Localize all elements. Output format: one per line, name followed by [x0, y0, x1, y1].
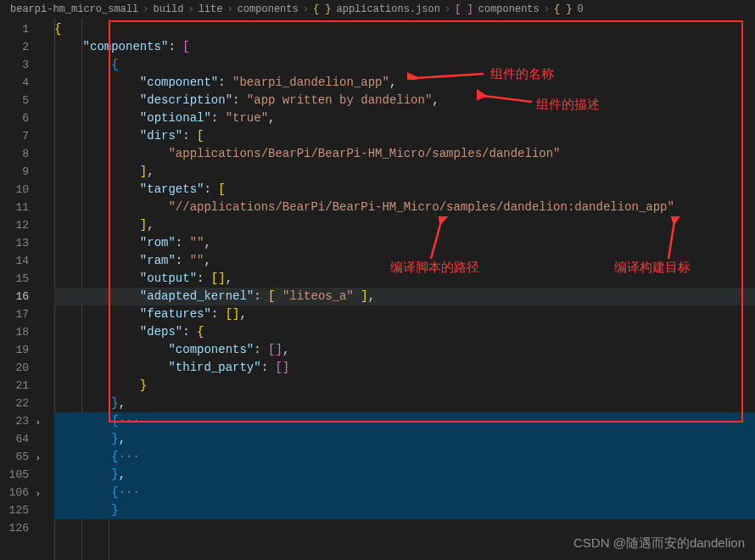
code-line: }, [54, 395, 755, 412]
line-number: 65› [0, 448, 29, 466]
line-number: 19 [0, 341, 29, 359]
crumb-lite[interactable]: lite [199, 3, 223, 15]
line-number: 64 [0, 430, 29, 448]
line-number: 12 [0, 216, 29, 234]
line-number: 6 [0, 109, 29, 127]
code-line: "output": [], [54, 270, 755, 288]
line-number: 21 [0, 377, 29, 395]
crumb-file[interactable]: applications.json [337, 3, 440, 15]
code-line: {··· [54, 412, 755, 430]
line-number: 106› [0, 484, 29, 501]
crumb-array[interactable]: components [478, 3, 540, 15]
code-line: ], [54, 216, 755, 234]
code-line: "component": "bearpi_dandelion_app", [54, 74, 755, 92]
object-icon: { } [554, 3, 573, 15]
code-line: {··· [54, 448, 755, 466]
chevron-right-icon: › [303, 3, 309, 15]
line-number: 9 [0, 163, 29, 181]
chevron-right-icon: › [544, 3, 550, 15]
code-area[interactable]: { "components": [ { "component": "bearpi… [42, 19, 755, 560]
line-number: 2 [0, 38, 29, 56]
code-line: ], [54, 163, 755, 181]
code-line: "components": [], [54, 341, 755, 359]
line-number: 4 [0, 74, 29, 92]
line-number: 105 [0, 466, 29, 484]
code-line [54, 519, 755, 537]
line-number: 16 [0, 288, 29, 305]
line-number: 13 [0, 234, 29, 252]
line-number: 22 [0, 395, 29, 412]
line-number: 126 [0, 519, 29, 537]
code-line: { [54, 20, 755, 38]
code-line: "ram": "", [54, 252, 755, 270]
line-number: 8 [0, 145, 29, 163]
crumb-components[interactable]: components [238, 3, 299, 15]
code-line: "rom": "", [54, 234, 755, 252]
breadcrumb: bearpi-hm_micro_small › build › lite › c… [0, 0, 755, 19]
chevron-right-icon: › [445, 3, 450, 15]
code-line: "features": [], [54, 305, 755, 323]
line-number: 23› [0, 412, 29, 430]
line-gutter: 1 2 3 4 5 6 7 8 9 10 11 12 13 14 15 16 1… [0, 19, 42, 560]
chevron-right-icon: › [187, 3, 193, 15]
code-line: "applications/BearPi/BearPi-HM_Micro/sam… [54, 145, 755, 163]
code-line: "targets": [ [54, 181, 755, 199]
line-number: 125 [0, 501, 29, 519]
code-line: "optional": "true", [54, 109, 755, 127]
fold-icon[interactable]: › [35, 450, 41, 468]
chevron-right-icon: › [143, 3, 148, 15]
line-number: 3 [0, 56, 29, 74]
code-line: "adapted_kernel": [ "liteos_a" ], [54, 288, 755, 305]
code-line: "components": [ [54, 38, 755, 56]
code-line: "description": "app written by dandelion… [54, 92, 755, 109]
line-number: 14 [0, 252, 29, 270]
line-number: 15 [0, 270, 29, 288]
line-number: 10 [0, 181, 29, 199]
code-line: }, [54, 430, 755, 448]
line-number: 17 [0, 305, 29, 323]
code-line: }, [54, 466, 755, 484]
code-editor[interactable]: 1 2 3 4 5 6 7 8 9 10 11 12 13 14 15 16 1… [0, 19, 755, 560]
crumb-root[interactable]: bearpi-hm_micro_small [10, 3, 138, 15]
json-file-icon: { } [313, 3, 332, 15]
code-line: } [54, 501, 755, 519]
line-number: 5 [0, 92, 29, 109]
code-line: "third_party": [] [54, 359, 755, 377]
code-line: { [54, 56, 755, 74]
line-number: 1 [0, 20, 29, 38]
line-number: 18 [0, 323, 29, 341]
fold-icon[interactable]: › [35, 414, 41, 432]
code-line: "deps": { [54, 323, 755, 341]
code-line: } [54, 377, 755, 395]
crumb-index[interactable]: 0 [578, 3, 584, 15]
crumb-build[interactable]: build [153, 3, 183, 15]
line-number: 11 [0, 199, 29, 216]
watermark: CSDN @随遇而安的dandelion [573, 535, 745, 552]
line-number: 7 [0, 127, 29, 145]
line-number: 20 [0, 359, 29, 377]
code-line: {··· [54, 484, 755, 501]
code-line: "dirs": [ [54, 127, 755, 145]
code-line: "//applications/BearPi/BearPi-HM_Micro/s… [54, 199, 755, 216]
chevron-right-icon: › [226, 3, 232, 15]
array-icon: [ ] [455, 3, 473, 15]
fold-icon[interactable]: › [35, 485, 41, 503]
